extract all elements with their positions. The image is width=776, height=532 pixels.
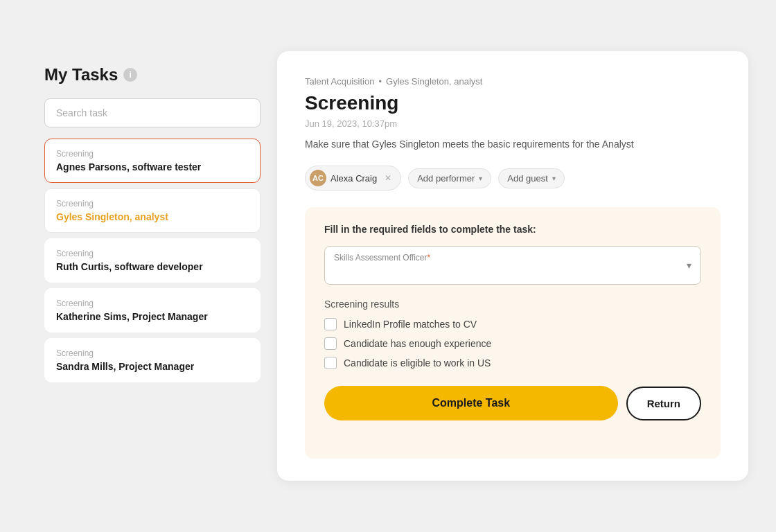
complete-task-button[interactable]: Complete Task	[324, 386, 618, 420]
checkbox-label: Candidate is eligible to work in US	[344, 357, 491, 369]
page-title: My Tasks	[44, 65, 118, 85]
checkbox-item[interactable]: Candidate has enough experience	[324, 337, 701, 350]
checkbox-label: LinkedIn Profile matches to CV	[344, 319, 477, 330]
task-card-name: Gyles Singleton, analyst	[56, 211, 249, 222]
right-panel: Talent Acquisition • Gyles Singleton, an…	[277, 51, 748, 481]
task-card[interactable]: ScreeningAgnes Parsons, software tester	[44, 139, 261, 183]
task-card-label: Screening	[56, 348, 249, 358]
performer-chip: AC Alexa Craig ✕	[305, 166, 401, 190]
add-guest-button[interactable]: Add guest ▾	[498, 168, 565, 188]
left-panel: My Tasks i ScreeningAgnes Parsons, softw…	[28, 51, 277, 481]
checkbox-item[interactable]: LinkedIn Profile matches to CV	[324, 318, 701, 330]
task-card[interactable]: ScreeningRuth Curtis, software developer	[44, 238, 261, 283]
form-area: Fill in the required fields to complete …	[305, 207, 721, 459]
add-performer-label: Add performer	[417, 173, 475, 184]
remove-performer-button[interactable]: ✕	[382, 172, 394, 184]
checkbox-box	[324, 318, 337, 330]
my-tasks-header: My Tasks i	[44, 65, 261, 85]
chevron-down-icon: ▾	[552, 175, 556, 182]
chevron-down-icon: ▾	[479, 175, 482, 182]
info-icon[interactable]: i	[123, 68, 137, 82]
performer-name: Alexa Craig	[330, 173, 377, 184]
breadcrumb-part1: Talent Acquisition	[305, 76, 374, 87]
task-card-label: Screening	[56, 249, 249, 258]
checkbox-list: LinkedIn Profile matches to CVCandidate …	[324, 318, 701, 369]
task-card-label: Screening	[56, 199, 249, 209]
skills-assessment-select[interactable]	[324, 246, 701, 285]
breadcrumb: Talent Acquisition • Gyles Singleton, an…	[305, 76, 721, 87]
task-card-label: Screening	[56, 299, 249, 308]
skills-select-wrapper: Skills Assessment Officer* ▾	[324, 246, 701, 285]
task-description: Make sure that Gyles Singleton meets the…	[305, 137, 721, 152]
breadcrumb-part2: Gyles Singleton, analyst	[386, 76, 482, 87]
return-button[interactable]: Return	[626, 387, 701, 420]
task-card[interactable]: ScreeningSandra Mills, Project Manager	[44, 338, 261, 382]
task-card-label: Screening	[56, 149, 249, 159]
task-card[interactable]: ScreeningGyles Singleton, analyst	[44, 188, 261, 233]
screening-results-label: Screening results	[324, 299, 701, 310]
add-performer-button[interactable]: Add performer ▾	[408, 168, 491, 188]
performers-row: AC Alexa Craig ✕ Add performer ▾ Add gue…	[305, 166, 721, 190]
task-card[interactable]: ScreeningKatherine Sims, Project Manager	[44, 288, 261, 332]
task-list: ScreeningAgnes Parsons, software testerS…	[44, 139, 261, 382]
checkbox-item[interactable]: Candidate is eligible to work in US	[324, 357, 701, 369]
task-date: Jun 19, 2023, 10:37pm	[305, 118, 721, 129]
task-card-name: Ruth Curtis, software developer	[56, 261, 249, 272]
task-card-name: Katherine Sims, Project Manager	[56, 311, 249, 322]
checkbox-box	[324, 357, 337, 369]
task-title: Screening	[305, 92, 721, 114]
add-guest-label: Add guest	[507, 173, 548, 184]
form-title: Fill in the required fields to complete …	[324, 224, 701, 235]
search-input[interactable]	[44, 98, 261, 127]
avatar: AC	[310, 170, 326, 186]
action-row: Complete Task Return	[324, 386, 701, 420]
task-card-name: Sandra Mills, Project Manager	[56, 361, 249, 372]
checkbox-label: Candidate has enough experience	[344, 338, 491, 349]
breadcrumb-separator: •	[378, 76, 382, 87]
task-card-name: Agnes Parsons, software tester	[56, 161, 249, 172]
skills-field-group: Skills Assessment Officer* ▾	[324, 246, 701, 285]
checkbox-box	[324, 337, 337, 350]
